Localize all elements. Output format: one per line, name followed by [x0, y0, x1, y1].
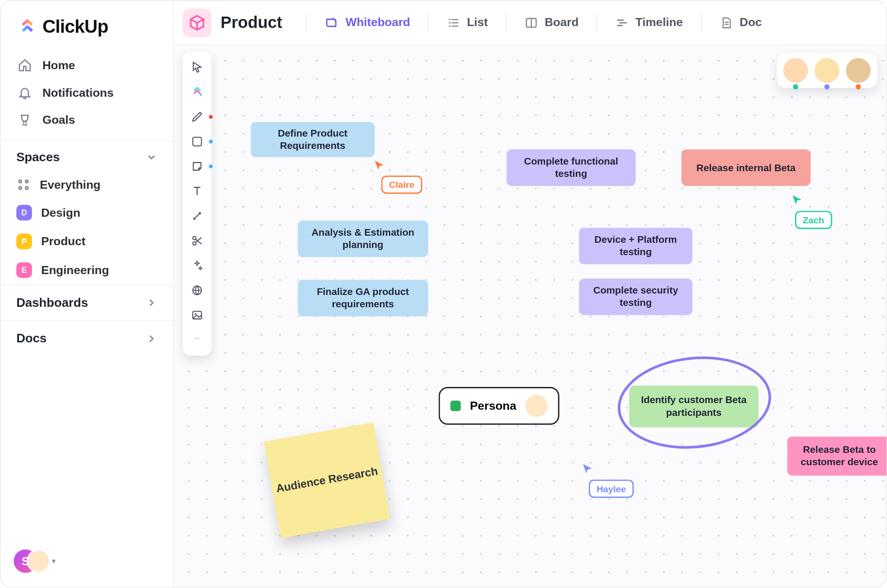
- cursor-label-zach: Zach: [795, 211, 832, 229]
- trophy-icon: [18, 113, 32, 127]
- sidebar: ClickUp Home Notifications Goals Spaces …: [0, 0, 174, 587]
- space-chip-p: P: [16, 234, 32, 249]
- tool-scissors[interactable]: [188, 231, 206, 250]
- tool-web[interactable]: [188, 281, 206, 300]
- view-list[interactable]: List: [438, 10, 497, 35]
- canvas-toolbar: [183, 52, 212, 356]
- list-icon: [447, 16, 461, 29]
- view-board[interactable]: Board: [516, 10, 588, 35]
- nav-home[interactable]: Home: [0, 52, 173, 79]
- space-everything[interactable]: Everything: [0, 171, 173, 199]
- space-engineering[interactable]: E Engineering: [0, 256, 173, 285]
- tool-pen[interactable]: [188, 108, 206, 126]
- svg-point-7: [195, 338, 196, 339]
- doc-icon: [720, 16, 733, 29]
- tool-clickup[interactable]: [188, 83, 206, 101]
- participant-avatar[interactable]: [783, 58, 808, 83]
- svg-point-6: [194, 313, 196, 315]
- space-everything-label: Everything: [40, 178, 101, 192]
- node-analysis[interactable]: Analysis & Estimation planning: [297, 220, 428, 257]
- node-security[interactable]: Complete security testing: [579, 279, 693, 315]
- cursor-icon: [582, 463, 593, 475]
- view-timeline[interactable]: Timeline: [607, 10, 692, 35]
- space-header-icon[interactable]: [183, 8, 212, 37]
- card-persona-label: Persona: [470, 399, 517, 413]
- svg-rect-1: [193, 137, 201, 146]
- cursor-claire: [373, 159, 385, 174]
- nav-notifications-label: Notifications: [42, 86, 113, 100]
- tool-sticky[interactable]: [188, 157, 206, 176]
- section-dashboards[interactable]: Dashboards: [0, 285, 173, 321]
- hand-drawn-circle: [613, 349, 776, 456]
- section-dashboards-label: Dashboards: [16, 295, 88, 310]
- node-define[interactable]: Define Product Requirements: [250, 122, 374, 157]
- nav-notifications[interactable]: Notifications: [0, 79, 173, 106]
- board-icon: [525, 16, 538, 29]
- sticky-note[interactable]: Audience Research: [264, 423, 390, 538]
- logo[interactable]: ClickUp: [0, 0, 173, 49]
- node-func[interactable]: Complete functional testing: [507, 149, 636, 186]
- cursor-zach: [791, 194, 803, 208]
- space-design[interactable]: D Design: [0, 198, 173, 227]
- node-beta[interactable]: Release internal Beta: [682, 149, 811, 186]
- tool-pointer[interactable]: [188, 58, 206, 76]
- chevron-down-icon: [146, 151, 157, 163]
- space-design-label: Design: [41, 206, 81, 220]
- timeline-icon: [616, 16, 629, 29]
- main-area: Product Whiteboard List Board Timeline: [174, 0, 887, 587]
- node-release2[interactable]: Release Beta to customer device: [787, 437, 887, 476]
- svg-point-8: [197, 338, 198, 339]
- section-docs[interactable]: Docs: [0, 321, 173, 357]
- cursor-label-claire: Claire: [381, 175, 423, 194]
- space-engineering-label: Engineering: [41, 263, 109, 277]
- page-title: Product: [221, 13, 282, 32]
- tool-shape[interactable]: [188, 132, 206, 151]
- space-chip-e: E: [16, 262, 32, 278]
- card-persona[interactable]: Persona: [439, 387, 560, 425]
- tool-magic[interactable]: [188, 257, 206, 275]
- everything-icon: [16, 177, 30, 192]
- cursor-haylee: [582, 463, 593, 477]
- nav-home-label: Home: [42, 58, 75, 72]
- whiteboard-canvas[interactable]: .participants .pav:nth-child(1)::after{b…: [174, 45, 887, 587]
- chevron-right-icon: [146, 297, 157, 309]
- header: Product Whiteboard List Board Timeline: [174, 0, 887, 45]
- section-spaces[interactable]: Spaces: [0, 140, 173, 171]
- whiteboard-icon: [324, 15, 339, 29]
- participant-avatar[interactable]: [846, 58, 870, 83]
- bell-icon: [18, 85, 32, 100]
- section-docs-label: Docs: [16, 331, 46, 346]
- cursor-icon: [373, 159, 385, 171]
- home-icon: [18, 58, 32, 72]
- section-spaces-label: Spaces: [16, 150, 60, 164]
- cursor-label-haylee: Haylee: [589, 479, 634, 498]
- space-chip-d: D: [16, 205, 32, 220]
- clickup-logo-icon: [18, 17, 37, 37]
- status-square-icon: [450, 401, 461, 411]
- tool-more[interactable]: [188, 331, 206, 349]
- tool-text[interactable]: [188, 182, 206, 201]
- view-doc[interactable]: Doc: [711, 10, 771, 35]
- brand-name: ClickUp: [42, 16, 108, 37]
- cube-icon: [189, 14, 206, 31]
- node-finalize[interactable]: Finalize GA product requirements: [297, 280, 428, 316]
- participants-bar[interactable]: [776, 53, 877, 88]
- tool-connector[interactable]: [188, 207, 206, 225]
- svg-point-9: [198, 338, 199, 339]
- tool-image[interactable]: [188, 306, 206, 324]
- node-device[interactable]: Device + Platform testing: [579, 228, 693, 264]
- user-menu[interactable]: S ▾: [14, 548, 55, 574]
- space-product-label: Product: [41, 235, 86, 248]
- participant-avatar[interactable]: [814, 58, 839, 83]
- space-product[interactable]: P Product: [0, 227, 173, 256]
- user-avatar-stack: S: [14, 548, 46, 574]
- caret-down-icon: ▾: [52, 557, 55, 566]
- chevron-right-icon: [146, 333, 157, 345]
- nav-goals[interactable]: Goals: [0, 106, 173, 134]
- cursor-icon: [791, 194, 803, 206]
- view-whiteboard[interactable]: Whiteboard: [315, 10, 419, 35]
- card-avatar: [526, 395, 548, 417]
- nav-goals-label: Goals: [42, 113, 75, 127]
